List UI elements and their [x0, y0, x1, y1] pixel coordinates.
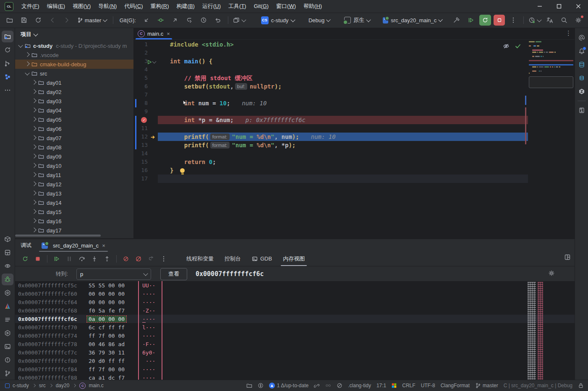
tree-item-day07[interactable]: day07 — [15, 133, 133, 143]
view-memory-button[interactable]: 查看 — [160, 268, 187, 280]
tree-expand-chevron[interactable] — [18, 43, 23, 47]
infinity-icon[interactable] — [325, 383, 331, 388]
more-actions-button[interactable] — [508, 15, 519, 26]
translate-button[interactable] — [544, 15, 555, 26]
memory-row-0x00007fffffffcf6c[interactable]: 0x00007fffffffcf6c0a 00 00 00···· — [15, 315, 575, 323]
tree-collapse-chevron[interactable] — [31, 117, 36, 121]
git-update-button[interactable] — [141, 15, 152, 26]
tool-strip-layouts[interactable] — [2, 247, 13, 258]
tree-item-day10[interactable]: day10 — [15, 161, 133, 170]
menu-item-1[interactable]: 编辑(E) — [43, 0, 69, 13]
horizontal-scrollbar[interactable] — [15, 235, 101, 237]
tool-strip-debugger[interactable] — [2, 274, 13, 285]
code-line-13[interactable]: 13 printf(format:"num = %d\n", *p); — [133, 141, 575, 149]
caret-position-widget[interactable]: 17:1 — [376, 383, 386, 388]
menu-item-3[interactable]: 导航(N) — [94, 0, 120, 13]
rerun-button[interactable] — [20, 254, 31, 264]
editor-options-icon[interactable]: ⋮ — [565, 29, 572, 37]
gutter[interactable]: 12 — [133, 133, 158, 141]
gutter[interactable]: 8 — [133, 99, 158, 107]
tree-collapse-chevron[interactable] — [31, 227, 36, 232]
profiler-button[interactable] — [528, 15, 541, 26]
code-line-5[interactable]: 5 // 禁用 stdout 缓冲区 — [133, 74, 575, 82]
debugger-selector[interactable]: 原生 — [342, 15, 372, 26]
code-line-16[interactable]: 16} — [133, 166, 575, 175]
pause-button[interactable] — [64, 254, 75, 264]
debug-run-button[interactable] — [465, 15, 476, 26]
forward-button[interactable] — [61, 15, 72, 26]
memory-bytes[interactable]: 00 46 86 ad — [86, 341, 138, 347]
tool-strip-ai-assistant[interactable] — [576, 32, 588, 44]
tree-item-day02[interactable]: day02 — [15, 87, 133, 96]
tool-strip-plugin-hexagon[interactable] — [576, 86, 588, 97]
tool-strip-problems[interactable] — [2, 354, 13, 366]
menu-item-7[interactable]: 运行(U) — [199, 0, 225, 13]
tool-strip-services[interactable] — [2, 327, 13, 339]
step-over-button[interactable] — [76, 254, 87, 264]
minimize-button[interactable] — [530, 0, 549, 13]
project-panel-header[interactable]: 项目 — [15, 28, 133, 41]
gutter[interactable]: 3 — [133, 57, 158, 65]
tool-strip-vcs-sync[interactable] — [2, 44, 13, 56]
gutter[interactable]: ✓ — [133, 116, 158, 124]
close-tab-icon[interactable]: × — [102, 242, 105, 249]
tree-item-.vscode[interactable]: .vscode — [15, 50, 133, 60]
step-into-button[interactable] — [89, 254, 100, 264]
memory-bytes[interactable]: 00 00 00 00 — [86, 299, 138, 305]
close-button[interactable] — [569, 0, 588, 13]
menu-item-8[interactable]: 工具(T) — [225, 0, 250, 13]
tree-item-day06[interactable]: day06 — [15, 124, 133, 133]
gutter[interactable]: 1 — [133, 40, 158, 49]
maximize-button[interactable] — [549, 0, 569, 13]
memory-bytes[interactable]: f0 5a fe f7 — [86, 308, 138, 314]
status-folder-icon[interactable] — [246, 383, 252, 388]
gutter[interactable]: 15 — [133, 158, 158, 166]
window-layout-button[interactable] — [233, 15, 246, 26]
code-line-10[interactable]: ✓ int *p = &num;p: 0x7fffffffcf6c — [133, 116, 575, 124]
gutter[interactable]: 16 — [133, 166, 158, 175]
save-all-button[interactable] — [18, 15, 29, 26]
menu-item-2[interactable]: 视图(V) — [69, 0, 94, 13]
tree-collapse-chevron[interactable] — [31, 107, 36, 112]
memory-bytes[interactable]: 0a 00 00 00 — [86, 316, 138, 322]
layout-settings-icon[interactable] — [564, 254, 571, 261]
formatter-widget[interactable]: ClangFormat — [441, 383, 470, 388]
gutter[interactable]: 13 — [133, 141, 158, 149]
tree-collapse-chevron[interactable] — [31, 163, 36, 167]
tool-strip-project[interactable] — [2, 31, 13, 42]
menu-item-10[interactable]: 窗口(W) — [272, 0, 300, 13]
memory-row-0x00007fffffffcf80[interactable]: 0x00007fffffffcf8020 d0 ff ff ··· — [15, 357, 575, 365]
tree-item-c-study[interactable]: c-studyc-study - D:\project\c-study m — [15, 41, 133, 50]
tree-item-day09[interactable]: day09 — [15, 152, 133, 161]
tree-expand-chevron[interactable] — [25, 70, 29, 75]
build-button[interactable] — [451, 15, 462, 26]
git-cherry-pick-button[interactable] — [184, 15, 195, 26]
tree-collapse-chevron[interactable] — [31, 154, 36, 158]
gutter[interactable]: 14 — [133, 149, 158, 158]
code-line-2[interactable]: 2 — [133, 49, 575, 57]
tree-item-day01[interactable]: day01 — [15, 78, 133, 87]
menu-item-9[interactable]: Git(G) — [250, 0, 272, 13]
tree-collapse-chevron[interactable] — [25, 61, 29, 66]
clang-tidy-widget[interactable]: .clang-tidy — [348, 383, 371, 388]
tree-collapse-chevron[interactable] — [31, 209, 36, 214]
gutter[interactable]: 17 — [133, 175, 158, 183]
status-sync-icon[interactable] — [258, 383, 264, 388]
memory-bytes[interactable]: 6c cf ff ff — [86, 324, 138, 331]
memory-bytes[interactable]: ff 7f 00 00 — [86, 333, 138, 339]
run-config-selector[interactable]: src_day20_main_c — [381, 15, 444, 26]
lightbulb-icon[interactable] — [180, 168, 185, 173]
gutter[interactable]: 6 — [133, 82, 158, 91]
tree-item-day14[interactable]: day14 — [15, 198, 133, 207]
tree-item-day04[interactable]: day04 — [15, 106, 133, 115]
memory-view[interactable]: 0x00007fffffffcf5c55 55 00 00UU··0x00007… — [15, 281, 575, 381]
git-push-button[interactable] — [170, 15, 180, 26]
reset-frame-button[interactable] — [146, 254, 157, 264]
tree-item-day13[interactable]: day13 — [15, 189, 133, 198]
memory-settings-gear-icon[interactable] — [548, 270, 555, 276]
tree-collapse-chevron[interactable] — [31, 172, 36, 177]
debug-tab-线程和变量[interactable]: 线程和变量 — [181, 252, 219, 266]
fold-chevron-icon[interactable] — [152, 60, 157, 64]
tool-strip-cmake[interactable] — [2, 300, 13, 312]
tool-strip-database[interactable] — [576, 59, 588, 70]
